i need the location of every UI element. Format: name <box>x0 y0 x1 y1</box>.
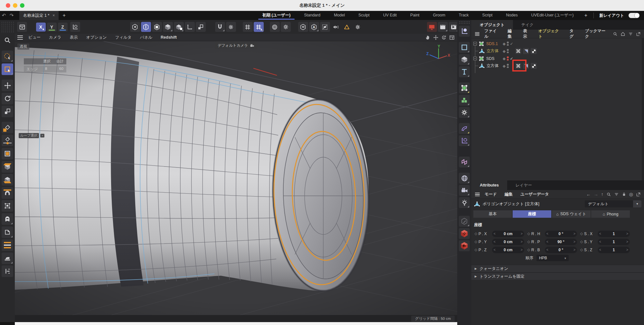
texture-tag-icon[interactable] <box>531 48 537 54</box>
close-tab-icon[interactable]: × <box>52 13 55 18</box>
tree-row-sds1[interactable]: − SDS.1 ◆ ✓ <box>471 40 644 47</box>
stepper-right[interactable]: > <box>625 248 630 252</box>
tooltip-close-icon[interactable]: × <box>40 134 44 138</box>
preset-dropdown[interactable]: デフォルト ▾ <box>585 200 641 207</box>
workplane-axis-icon[interactable] <box>185 22 195 32</box>
rh-field[interactable]: <0 °> <box>545 231 577 237</box>
close-window-button[interactable] <box>6 3 10 8</box>
instance-axis-icon[interactable] <box>459 135 470 146</box>
layout-tab-model[interactable]: Model <box>327 11 352 20</box>
section-quaternion[interactable]: ▶ クォータニオン <box>471 265 644 272</box>
bend-deformer-icon[interactable] <box>459 123 470 134</box>
stepper-left[interactable]: < <box>545 232 550 235</box>
field-ribbon-icon[interactable] <box>459 157 470 167</box>
spline-icon[interactable] <box>459 42 470 53</box>
pz-field[interactable]: <0 cm> <box>492 247 524 253</box>
attr-filter-icon[interactable] <box>614 192 619 197</box>
coordinate-system-icon[interactable] <box>70 22 80 32</box>
py-field[interactable]: <0 cm> <box>492 239 524 245</box>
object-name[interactable]: SDS.1 <box>486 42 498 46</box>
texture-mode-icon[interactable] <box>174 22 184 32</box>
nav-back-icon[interactable]: ← <box>586 192 591 197</box>
polygon-create-icon[interactable] <box>2 148 13 159</box>
key-diamond-icon[interactable]: ◇ <box>473 248 478 252</box>
generator-gear-icon[interactable] <box>459 107 470 118</box>
object-name[interactable]: 立方体 <box>487 63 499 69</box>
key-diamond-icon[interactable]: ◇ <box>526 232 531 236</box>
stepper-right[interactable]: > <box>519 248 524 252</box>
stepper-right[interactable]: > <box>572 232 577 235</box>
edge-mode-icon[interactable] <box>141 22 151 32</box>
attr-menu-edit[interactable]: 編集 <box>501 192 516 197</box>
subdivision-surface-icon[interactable] <box>478 56 484 62</box>
key-diamond-icon[interactable]: ◇ <box>526 240 531 244</box>
polygon-object-icon[interactable] <box>479 63 485 69</box>
menu-options[interactable]: オプション <box>82 35 111 40</box>
layout-tab-groom[interactable]: Groom <box>426 11 452 20</box>
key-diamond-icon[interactable]: ◇ <box>526 248 531 252</box>
redshift-recycle-icon[interactable] <box>342 22 352 32</box>
stepper-right[interactable]: > <box>519 240 524 244</box>
key-diamond-icon[interactable]: ◇ <box>579 232 584 236</box>
tree-row-cube2[interactable]: 立方体 ◆ <box>471 62 644 70</box>
viewport-menu-icon[interactable] <box>17 35 23 40</box>
quantize-icon[interactable] <box>243 22 253 32</box>
stepper-left[interactable]: < <box>598 240 603 244</box>
tab-phong[interactable]: ⌂Phong <box>591 210 630 218</box>
order-dropdown[interactable]: HPB ▾ <box>536 255 569 261</box>
om-search-icon[interactable] <box>613 32 618 36</box>
redo-icon[interactable]: ↷ <box>8 11 15 20</box>
sky-globe-icon[interactable] <box>459 173 470 184</box>
phong-tag-icon[interactable] <box>523 48 529 54</box>
om-menu-objects[interactable]: オブジェクト <box>535 28 565 39</box>
point-mode-icon[interactable] <box>130 22 140 32</box>
line-cut-icon[interactable] <box>2 135 13 146</box>
add-document-tab-button[interactable]: + <box>59 11 70 20</box>
tab-sds-weight[interactable]: ⌂SDS ウェイト <box>552 210 591 218</box>
sds-weight-tag-icon[interactable] <box>515 48 521 54</box>
stepper-right[interactable]: > <box>572 240 577 244</box>
render-settings-icon[interactable] <box>353 22 363 32</box>
tree-row-sds[interactable]: − SDS ◆ ✓ <box>471 55 644 62</box>
stepper-left[interactable]: < <box>545 240 550 244</box>
attr-target-icon[interactable]: ◎ <box>629 192 633 197</box>
nav-up-icon[interactable]: ↑ <box>601 192 603 197</box>
search-icon[interactable] <box>2 34 13 46</box>
polygon-pen-icon[interactable] <box>2 122 13 133</box>
stepper-right[interactable]: > <box>625 240 630 244</box>
render-view-icon[interactable] <box>427 22 437 32</box>
array-icon[interactable] <box>459 95 470 106</box>
rectangle-selection-icon[interactable] <box>2 63 13 75</box>
scale-icon[interactable] <box>2 106 13 117</box>
om-external-icon[interactable] <box>636 32 641 36</box>
om-menu-bookmarks[interactable]: ブックマーク <box>582 28 611 39</box>
filter-eye-icon[interactable] <box>331 22 341 32</box>
key-diamond-icon[interactable]: ◇ <box>579 248 584 252</box>
hide-selected-icon[interactable] <box>320 22 330 32</box>
layout-tab-track[interactable]: Track <box>452 11 476 20</box>
om-scrollbar[interactable] <box>642 38 644 180</box>
polygon-mode-icon[interactable] <box>152 22 162 32</box>
redshift-light-icon[interactable] <box>459 228 470 239</box>
layout-window-icon[interactable] <box>449 35 455 40</box>
stepper-left[interactable]: < <box>492 248 497 252</box>
subdivision-surface-icon[interactable] <box>478 41 484 47</box>
camera-icon[interactable] <box>459 185 470 196</box>
live-selection-icon[interactable] <box>2 51 13 62</box>
stepper-left[interactable]: < <box>598 232 603 235</box>
viewport-canvas[interactable] <box>15 41 457 315</box>
visibility-dots[interactable] <box>507 64 509 68</box>
enable-check-icon[interactable]: ✓ <box>510 42 513 46</box>
bridge-icon[interactable] <box>2 187 13 199</box>
weld-icon[interactable] <box>2 213 13 225</box>
texture-tag-icon[interactable] <box>531 63 537 69</box>
subdivision-surface-icon[interactable] <box>459 82 470 93</box>
layer-diamond-icon[interactable]: ◆ <box>503 64 506 68</box>
stepper-right[interactable]: > <box>519 232 524 235</box>
extrude-icon[interactable] <box>2 161 13 173</box>
iron-icon[interactable] <box>2 253 13 264</box>
annotation-icon[interactable]: A <box>309 22 319 32</box>
tab-layers[interactable]: レイヤー <box>507 180 540 190</box>
model-mode-icon[interactable] <box>163 22 173 32</box>
dolly-icon[interactable] <box>433 35 439 40</box>
